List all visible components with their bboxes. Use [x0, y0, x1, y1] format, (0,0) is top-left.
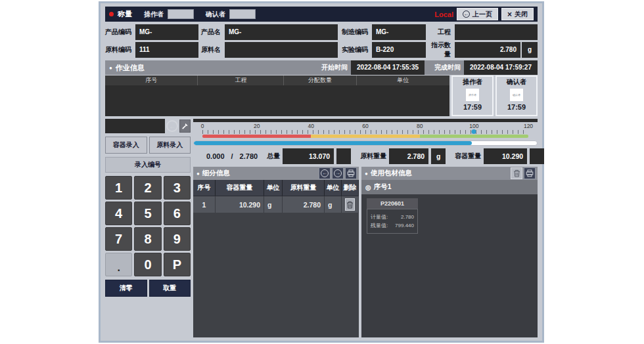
- container-weight-value: 10.290: [484, 148, 527, 164]
- section-bullet-icon: ●: [365, 171, 368, 177]
- detail-prev-button[interactable]: ←: [319, 167, 331, 179]
- material-code-field[interactable]: 111: [135, 42, 198, 58]
- numeric-keypad: 1 2 3 4 5 6 7 8 9 . 0 P: [105, 176, 191, 276]
- detail-next-button[interactable]: →: [332, 167, 344, 179]
- key-1[interactable]: 1: [105, 176, 132, 200]
- key-6[interactable]: 6: [164, 202, 191, 225]
- package-info-header: ● 使用包材信息: [361, 167, 538, 180]
- container-weight-label: 容器重量: [455, 152, 481, 161]
- package-remaining-value: 799.440: [395, 221, 414, 230]
- section-bullet-icon: ●: [196, 171, 200, 177]
- package-measured-label: 计量值:: [371, 213, 388, 221]
- project-field[interactable]: [455, 24, 538, 40]
- printer-icon: [347, 169, 355, 177]
- undo-arrow-icon: ←: [169, 123, 175, 130]
- package-info-panel: ● 使用包材信息: [361, 167, 538, 337]
- operator-label: 操作者: [144, 10, 164, 19]
- key-4[interactable]: 4: [105, 202, 132, 225]
- detail-print-button[interactable]: [345, 167, 357, 179]
- job-col-qty: 分配数量: [284, 75, 356, 85]
- weight-values-row: 0.000 / 2.780 总量 13.070 原料重量 2.780 g 容器重…: [193, 148, 538, 164]
- row-no: 1: [193, 196, 216, 213]
- material-name-label: 原料名: [198, 45, 225, 54]
- package-print-button[interactable]: [524, 167, 536, 179]
- tick-60: 60: [362, 123, 368, 129]
- current-weight: 0.000: [206, 152, 225, 160]
- detail-col-delete: 删除: [342, 180, 359, 196]
- detail-col-material: 原料重量: [283, 180, 325, 196]
- undo-button[interactable]: ←: [166, 120, 178, 132]
- confirmer-input[interactable]: [229, 9, 256, 19]
- target-weight: 2.780: [240, 152, 258, 160]
- product-code-field[interactable]: MG-: [135, 24, 198, 40]
- key-3[interactable]: 3: [164, 176, 191, 200]
- container-weight-unit: [530, 148, 544, 164]
- clear-zero-button[interactable]: 清零: [105, 280, 147, 297]
- mfg-code-field[interactable]: MG-: [372, 24, 426, 40]
- exp-code-field[interactable]: B-220: [372, 42, 426, 58]
- take-weight-button[interactable]: 取重: [149, 280, 191, 297]
- row-unit1: g: [264, 196, 283, 213]
- titlebar: 称量 操作者 确认者 Local ← 上一页 × 关闭: [105, 7, 538, 22]
- tick-120: 120: [524, 123, 533, 129]
- row-unit2: g: [325, 196, 342, 213]
- prev-page-label: 上一页: [472, 10, 492, 19]
- material-code-label: 原料编码: [105, 45, 135, 54]
- job-table-body[interactable]: [105, 85, 449, 116]
- printer-icon: [526, 169, 534, 177]
- key-p[interactable]: P: [164, 253, 191, 276]
- close-button[interactable]: × 关闭: [501, 8, 534, 20]
- tick-100: 100: [469, 123, 478, 129]
- package-group-label: 序号1: [374, 183, 392, 192]
- job-col-process: 工程: [198, 75, 284, 85]
- entry-input[interactable]: [105, 119, 165, 133]
- package-card[interactable]: P220601 计量值: 2.780 残量值: 799.440: [367, 198, 418, 234]
- key-8[interactable]: 8: [134, 227, 161, 251]
- entry-panel: ← 容器录入 原料录入 录入编号 1 2 3 4 5: [105, 119, 191, 337]
- section-bullet-icon: ●: [109, 65, 112, 71]
- job-info-title: 作业信息: [116, 63, 145, 73]
- job-col-no: 序号: [105, 75, 198, 85]
- container-entry-button[interactable]: 容器录入: [105, 137, 147, 154]
- start-time-label: 开始时间: [321, 63, 348, 72]
- finish-time-value: 2022-08-04 17:59:27: [464, 60, 538, 75]
- tool-button[interactable]: [179, 119, 191, 133]
- mfg-code-label: 制造编码: [338, 28, 372, 37]
- header-form: 产品编码 MG- 产品名 MG- 制造编码 MG- 工程 原料编码 111 原料…: [105, 24, 538, 58]
- job-col-unit: 单位: [357, 75, 449, 85]
- material-weight-value: 2.780: [389, 148, 428, 164]
- package-code: P220601: [367, 198, 418, 209]
- key-7[interactable]: 7: [105, 227, 132, 251]
- key-0[interactable]: 0: [134, 253, 161, 276]
- table-row: 1 10.290 g 2.780 g: [193, 196, 359, 213]
- product-name-field[interactable]: MG-: [225, 24, 338, 40]
- operator-panel-title: 操作者: [463, 77, 482, 87]
- key-9[interactable]: 9: [164, 227, 191, 251]
- job-info-header: ● 作业信息 开始时间 2022-08-04 17:55:35 完成时间 202…: [105, 60, 538, 75]
- weight-separator: /: [231, 152, 233, 160]
- key-5[interactable]: 5: [134, 202, 161, 225]
- operator-time: 17:59: [463, 103, 482, 111]
- package-delete-button[interactable]: [511, 167, 522, 179]
- detail-table-body[interactable]: [193, 213, 359, 337]
- tick-40: 40: [308, 123, 314, 129]
- confirmer-panel: 确认者 确认者 17:59: [495, 75, 538, 116]
- key-decimal[interactable]: .: [105, 253, 132, 276]
- prev-page-button[interactable]: ← 上一页: [457, 8, 498, 20]
- detail-table-header: 序号 容器重量 单位 原料重量 单位 删除: [193, 180, 359, 196]
- material-name-field[interactable]: [225, 42, 338, 58]
- entry-number-button[interactable]: 录入编号: [105, 157, 191, 173]
- confirmer-stamp: 确认者: [510, 89, 523, 101]
- indicated-qty-unit: g: [522, 42, 538, 58]
- material-entry-button[interactable]: 原料录入: [149, 137, 191, 154]
- material-weight-label: 原料重量: [360, 152, 386, 161]
- key-2[interactable]: 2: [134, 176, 161, 200]
- detail-info-header: ● 细分信息 ← →: [193, 167, 359, 180]
- gauge-ruler: 0 20 40 60 80 100 120: [202, 123, 528, 134]
- detail-info-panel: ● 细分信息 ← →: [193, 167, 359, 337]
- package-measured-value: 2.780: [401, 213, 414, 221]
- delete-row-button[interactable]: [345, 198, 355, 211]
- operator-input[interactable]: [168, 9, 194, 19]
- package-group-row[interactable]: ◎ 序号1: [361, 180, 538, 194]
- detail-info-title: 细分信息: [202, 169, 230, 178]
